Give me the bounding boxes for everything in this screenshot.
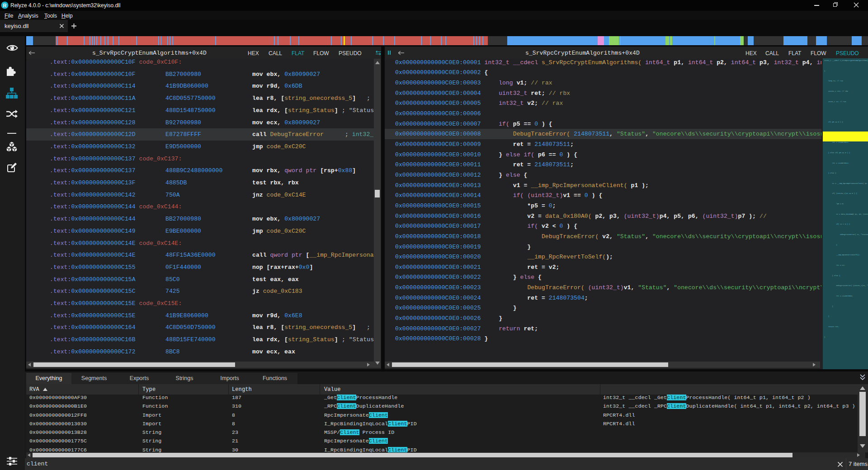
svg-text:R: R	[3, 3, 7, 8]
